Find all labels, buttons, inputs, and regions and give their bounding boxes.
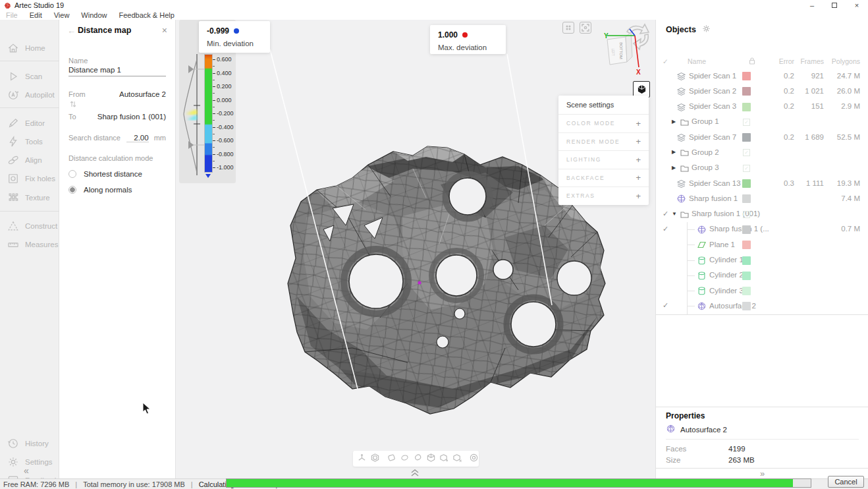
sidebar-item-tools[interactable]: Tools — [0, 133, 59, 150]
color-swatch[interactable] — [742, 87, 751, 96]
3d-model-engine-casting[interactable] — [176, 20, 655, 478]
deviation-color-scale[interactable] — [204, 54, 213, 173]
color-swatch[interactable] — [742, 256, 751, 265]
object-row-sharp-fusion-1[interactable]: Sharp fusion 17.4 M — [656, 191, 868, 206]
name-input[interactable] — [68, 66, 166, 76]
error-value: 0.2 — [768, 133, 794, 141]
menu-edit[interactable]: Edit — [24, 11, 48, 19]
maximize-button[interactable] — [823, 0, 846, 11]
ghost-checkbox-icon[interactable]: ✓ — [743, 149, 750, 156]
expander-expanded-icon[interactable]: ▼ — [672, 211, 677, 217]
object-row-group-3[interactable]: ▶Group 3✓ — [656, 161, 868, 176]
expand-plus-icon[interactable]: + — [636, 173, 641, 183]
color-swatch[interactable] — [742, 225, 751, 234]
expand-plus-icon[interactable]: + — [636, 191, 641, 201]
object-row-spider-scan-13[interactable]: Spider Scan 130.31 11119.3 M — [656, 176, 868, 191]
object-row-plane-1[interactable]: Plane 1 — [656, 237, 868, 252]
row-check-icon[interactable]: ✓ — [663, 210, 668, 218]
object-row-group-1[interactable]: ▶Group 1✓ — [656, 115, 868, 130]
lasso-ellipse-icon[interactable] — [400, 453, 410, 465]
swap-from-to-icon[interactable] — [69, 100, 77, 108]
cutoff-cube-icon[interactable] — [426, 453, 436, 465]
object-row-cylinder-2[interactable]: Cylinder 2 — [656, 268, 868, 283]
row-check-icon[interactable]: ✓ — [663, 301, 668, 310]
toolbar-expand-chevron[interactable] — [404, 469, 425, 476]
color-swatch[interactable] — [742, 194, 751, 203]
cube-plus-icon[interactable] — [439, 453, 449, 465]
cube-orbit-icon[interactable] — [370, 453, 380, 465]
expander-collapsed-icon[interactable]: ▶ — [672, 165, 676, 171]
lasso-freeform-icon[interactable] — [413, 453, 423, 465]
eraser-disc-icon[interactable] — [469, 453, 479, 465]
close-icon[interactable]: × — [162, 25, 167, 36]
sidebar-item-home[interactable]: Home — [0, 40, 59, 57]
cancel-button[interactable]: Cancel — [828, 476, 864, 488]
multiview-button[interactable] — [562, 22, 574, 34]
sidebar-item-fix-holes[interactable]: Fix holes — [0, 170, 59, 187]
back-arrow-icon[interactable]: ← — [67, 26, 78, 36]
sidebar-item-settings[interactable]: Settings — [0, 453, 59, 471]
sidebar-item-history[interactable]: History — [0, 435, 59, 452]
object-row-cylinder-1[interactable]: Cylinder 1 — [656, 253, 868, 268]
sidebar-item-editor[interactable]: Editor — [0, 115, 59, 132]
sidebar-item-scan[interactable]: Scan — [0, 68, 59, 85]
object-row-sharp-fusion-1[interactable]: ✓Sharp fusion 1 (...0.7 M — [656, 222, 868, 237]
lasso-rect-icon[interactable] — [387, 453, 396, 465]
expander-collapsed-icon[interactable]: ▶ — [672, 149, 676, 155]
sidebar-item-measures[interactable]: Measures — [0, 236, 59, 253]
radio-along-normals[interactable]: Along normals — [68, 185, 167, 195]
scene-section-extras[interactable]: EXTRAS+ — [558, 187, 649, 205]
menu-view[interactable]: View — [48, 11, 76, 19]
search-distance-input[interactable] — [126, 134, 149, 142]
color-swatch[interactable] — [742, 179, 751, 188]
expand-plus-icon[interactable]: + — [636, 136, 641, 146]
objects-settings-gear-icon[interactable] — [702, 24, 711, 35]
color-swatch[interactable] — [742, 103, 751, 111]
scene-section-backface[interactable]: BACKFACE+ — [558, 169, 649, 187]
object-row-autosurface-2[interactable]: ✓Autosurface 2 — [656, 299, 868, 314]
sidebar-item-autopilot[interactable]: Autopilot — [0, 86, 59, 103]
expand-plus-icon[interactable]: + — [636, 119, 641, 129]
to-value[interactable]: Sharp fusion 1 (001) — [97, 113, 166, 121]
sidebar-item-align[interactable]: Align — [0, 152, 59, 169]
colorbar-range-handles[interactable] — [186, 65, 205, 150]
sidebar-item-texture[interactable]: Texture — [0, 189, 59, 206]
color-swatch[interactable] — [742, 272, 751, 280]
ghost-checkbox-icon[interactable]: ✓ — [743, 165, 750, 172]
object-row-spider-scan-3[interactable]: Spider Scan 30.21512.9 M — [656, 100, 868, 115]
close-button[interactable]: × — [846, 0, 868, 11]
row-check-icon[interactable]: ✓ — [663, 225, 668, 233]
color-swatch[interactable] — [742, 72, 751, 80]
menu-feedback-help[interactable]: Feedback & Help — [113, 11, 180, 19]
scene-section-render-mode[interactable]: RENDER MODE+ — [558, 132, 649, 151]
expand-plus-icon[interactable]: + — [636, 155, 641, 165]
object-row-sharp-fusion-1-001[interactable]: ✓▼Sharp fusion 1 (001)✓ — [656, 207, 868, 222]
from-value[interactable]: Autosurface 2 — [119, 90, 166, 98]
object-row-spider-scan-2[interactable]: Spider Scan 20.21 02126.0 M — [656, 84, 868, 99]
color-swatch[interactable] — [742, 241, 751, 249]
scene-section-color-mode[interactable]: COLOR MODE+ — [558, 114, 649, 132]
object-row-cylinder-3[interactable]: Cylinder 3 — [656, 283, 868, 299]
object-row-spider-scan-7[interactable]: Spider Scan 70.21 68952.5 M — [656, 130, 868, 145]
minimize-button[interactable]: – — [801, 0, 823, 11]
axis-orientation-widget[interactable]: BOTTOM LEFT Y X — [591, 21, 657, 79]
expander-collapsed-icon[interactable]: ▶ — [672, 119, 676, 125]
scene-section-lighting[interactable]: LIGHTING+ — [558, 150, 649, 169]
sidebar-item-construct[interactable]: Construct — [0, 217, 59, 235]
radio-shortest-distance[interactable]: Shortest distance — [68, 169, 167, 179]
menu-file[interactable]: File — [0, 11, 24, 19]
cube-x-icon[interactable] — [452, 453, 462, 465]
ghost-checkbox-icon[interactable]: ✓ — [743, 119, 750, 126]
3d-axes-icon[interactable] — [357, 453, 367, 465]
object-row-spider-scan-1[interactable]: Spider Scan 10.292124.7 M — [656, 69, 868, 84]
color-swatch[interactable] — [742, 287, 751, 295]
color-swatch[interactable] — [742, 302, 751, 310]
color-swatch[interactable] — [742, 133, 751, 142]
error-value: 0.2 — [768, 102, 794, 110]
colorbar-bottom-pointer[interactable] — [205, 174, 211, 178]
menu-window[interactable]: Window — [75, 11, 113, 19]
object-row-group-2[interactable]: ▶Group 2✓ — [656, 145, 868, 160]
cylinder-icon — [697, 271, 707, 282]
fit-view-button[interactable] — [580, 22, 591, 34]
ghost-checkbox-icon[interactable]: ✓ — [743, 211, 750, 218]
